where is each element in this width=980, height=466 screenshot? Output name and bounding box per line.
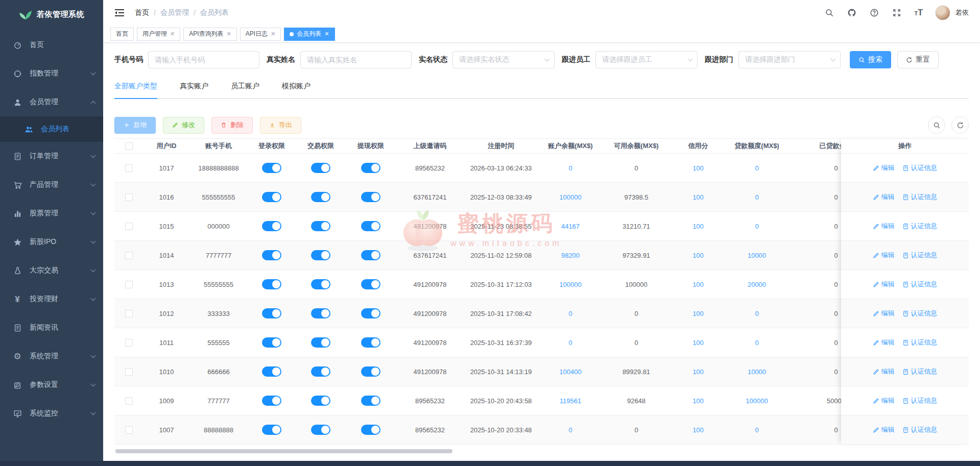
sidebar-item-system-monitor[interactable]: 系统监控 [0,399,103,428]
trade-permission-toggle[interactable] [311,221,330,231]
sidebar-item-index-mgmt[interactable]: 指数管理 [0,59,103,88]
edit-link[interactable]: 编辑 [873,396,895,405]
real-name-field[interactable] [300,51,412,68]
show-search-button[interactable] [928,116,945,134]
search-icon[interactable] [824,8,834,18]
trade-permission-toggle[interactable] [311,192,330,202]
withdraw-permission-toggle[interactable] [361,221,380,231]
balance-link[interactable]: 0 [568,310,572,317]
edit-link[interactable]: 编辑 [873,367,895,376]
withdraw-permission-toggle[interactable] [361,396,380,406]
search-button[interactable]: 搜索 [850,51,891,68]
row-checkbox[interactable] [125,339,133,347]
cert-info-link[interactable]: 认证信息 [902,163,938,173]
export-button[interactable]: 导出 [260,117,301,134]
tab-all-accounts[interactable]: 全部账户类型 [114,82,157,98]
follow-dept-select[interactable]: 请选择跟进部门 [738,51,841,68]
login-permission-toggle[interactable] [262,250,281,260]
sidebar-item-member-mgmt[interactable]: 会员管理 [0,88,103,116]
username[interactable]: 若依 [955,8,969,17]
withdraw-permission-toggle[interactable] [361,192,380,202]
app-logo[interactable]: 若依管理系统 [0,0,103,29]
tag-home[interactable]: 首页 [110,28,134,41]
loan-limit-link[interactable]: 0 [755,426,758,434]
edit-link[interactable]: 编辑 [873,280,895,289]
realname-status-select[interactable]: 请选择实名状态 [452,51,555,68]
edit-button[interactable]: 修改 [163,117,204,134]
add-button[interactable]: 新增 [114,117,156,134]
edit-link[interactable]: 编辑 [873,251,895,260]
loan-limit-link[interactable]: 10000 [748,252,766,259]
balance-link[interactable]: 98200 [561,252,580,259]
login-permission-toggle[interactable] [262,425,281,435]
credit-score-link[interactable]: 100 [692,310,704,317]
trade-permission-toggle[interactable] [311,396,330,406]
row-checkbox[interactable] [125,426,133,434]
balance-link[interactable]: 0 [568,164,572,172]
cert-info-link[interactable]: 认证信息 [902,192,938,202]
login-permission-toggle[interactable] [262,337,281,348]
cert-info-link[interactable]: 认证信息 [902,425,938,434]
login-permission-toggle[interactable] [262,163,281,173]
breadcrumb-member-mgmt[interactable]: 会员管理 [160,8,189,17]
balance-link[interactable]: 100000 [559,193,581,201]
row-checkbox[interactable] [125,310,133,317]
github-icon[interactable] [847,8,857,18]
edit-link[interactable]: 编辑 [873,222,895,231]
trade-permission-toggle[interactable] [311,308,330,318]
close-icon[interactable]: ✕ [227,31,231,37]
loan-limit-link[interactable]: 100000 [746,397,768,405]
sidebar-toggle-icon[interactable] [114,9,125,17]
cert-info-link[interactable]: 认证信息 [902,309,938,318]
login-permission-toggle[interactable] [262,366,281,377]
loan-limit-link[interactable]: 0 [755,193,758,201]
row-checkbox[interactable] [125,223,133,230]
login-permission-toggle[interactable] [262,221,281,231]
balance-link[interactable]: 119561 [560,397,581,405]
login-permission-toggle[interactable] [262,396,281,406]
sidebar-item-home[interactable]: 首页 [0,31,103,59]
trade-permission-toggle[interactable] [311,425,330,435]
sidebar-item-block-trade[interactable]: 大宗交易 [0,256,103,285]
cert-info-link[interactable]: 认证信息 [902,396,938,405]
tab-real-accounts[interactable]: 真实账户 [180,82,208,98]
withdraw-permission-toggle[interactable] [361,279,380,289]
loan-limit-link[interactable]: 0 [755,339,758,347]
edit-link[interactable]: 编辑 [873,163,895,173]
row-checkbox[interactable] [125,397,133,405]
balance-link[interactable]: 0 [568,339,572,347]
edit-link[interactable]: 编辑 [873,338,895,347]
credit-score-link[interactable]: 100 [692,193,704,201]
reset-button[interactable]: 重置 [897,51,939,68]
phone-field[interactable] [148,51,259,68]
balance-link[interactable]: 100000 [559,281,581,288]
withdraw-permission-toggle[interactable] [361,366,380,377]
help-icon[interactable] [869,8,879,18]
fullscreen-icon[interactable] [892,8,902,18]
balance-link[interactable]: 100400 [559,368,581,376]
tag-api-log[interactable]: API日志 ✕ [240,28,281,41]
sidebar-item-system-mgmt[interactable]: ⚙ 系统管理 [0,342,103,371]
trade-permission-toggle[interactable] [311,366,330,377]
row-checkbox[interactable] [125,164,133,172]
select-all-checkbox[interactable] [125,142,133,150]
credit-score-link[interactable]: 100 [692,252,704,259]
close-icon[interactable]: ✕ [170,31,175,37]
tag-user-mgmt[interactable]: 用户管理 ✕ [137,28,180,41]
edit-link[interactable]: 编辑 [873,425,895,434]
loan-limit-link[interactable]: 10000 [748,368,766,376]
withdraw-permission-toggle[interactable] [361,308,380,318]
trade-permission-toggle[interactable] [311,337,330,348]
cert-info-link[interactable]: 认证信息 [902,251,938,260]
credit-score-link[interactable]: 100 [692,426,704,434]
withdraw-permission-toggle[interactable] [361,337,380,348]
tab-demo-accounts[interactable]: 模拟账户 [282,82,310,98]
edit-link[interactable]: 编辑 [873,192,895,202]
cert-info-link[interactable]: 认证信息 [902,338,938,347]
row-checkbox[interactable] [125,281,133,288]
credit-score-link[interactable]: 100 [692,281,704,288]
sidebar-item-ipo[interactable]: 新股IPO [0,228,103,256]
credit-score-link[interactable]: 100 [692,397,704,405]
row-checkbox[interactable] [125,368,133,376]
loan-limit-link[interactable]: 0 [755,223,758,230]
